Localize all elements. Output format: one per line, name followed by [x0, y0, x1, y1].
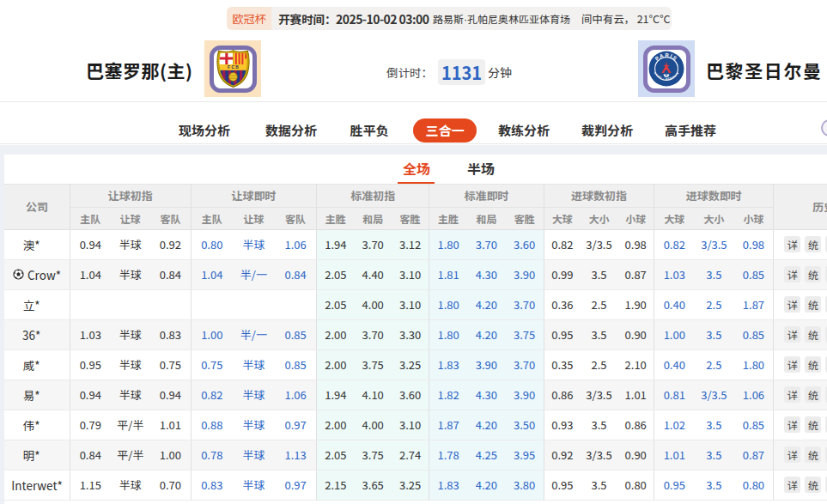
detail-button[interactable]: 详 [784, 296, 800, 313]
detail-button[interactable]: 详 [784, 356, 800, 373]
detail-button[interactable]: 详 [784, 386, 800, 403]
detail-button[interactable]: 详 [784, 446, 800, 463]
detail-button[interactable]: 详 [784, 477, 800, 493]
odds-cell: 4.30 [467, 380, 506, 410]
odds-card: 全场 半场 公司 让球初指 让球即时 标准初指 标准即时 [4, 155, 827, 504]
odds-cell: 0.80 [734, 470, 774, 500]
away-team-name: 巴黎圣日尔曼 [706, 58, 823, 83]
odds-cell: 1.81 [429, 259, 468, 289]
odds-cell: 0.92 [150, 229, 191, 259]
nav-tab-win-draw-loss[interactable]: 胜平负 [350, 118, 388, 143]
nav-tab-expert-picks[interactable]: 高手推荐 [665, 118, 716, 143]
odds-cell: 1.06 [734, 380, 774, 410]
odds-cell: 4.20 [467, 410, 506, 440]
odds-cell: 0.84 [70, 440, 111, 470]
odds-cell: 0.95 [544, 319, 581, 349]
odds-cell: 0.82 [654, 229, 694, 259]
odds-cell: 1.04 [191, 259, 233, 289]
odds-cell [275, 289, 317, 319]
odds-cell: 半球 [110, 470, 150, 500]
stats-button[interactable]: 统 [805, 446, 821, 463]
odds-row: 立*2.054.003.101.804.203.700.362.51.900.4… [4, 289, 827, 319]
stats-button[interactable]: 统 [805, 386, 821, 403]
odds-cell: 0.90 [617, 319, 654, 349]
company-cell: Interwet* [4, 470, 70, 500]
odds-cell: 1.15 [70, 470, 111, 500]
company-label: 伟* [4, 416, 64, 434]
odds-cell: 0.87 [617, 259, 654, 289]
nav-tab-three-in-one-active[interactable]: 三合一 [413, 118, 477, 143]
detail-button[interactable]: 详 [784, 266, 800, 282]
stats-button[interactable]: 统 [805, 326, 821, 343]
odds-cell: 3.70 [506, 289, 544, 319]
col-subheader: 客队 [275, 207, 317, 229]
odds-cell: 0.94 [70, 380, 111, 410]
stats-button[interactable]: 统 [805, 356, 821, 373]
detail-button[interactable]: 详 [784, 416, 800, 433]
nav-tab-coach-analysis[interactable]: 教练分析 [498, 118, 550, 143]
subtab-full-match[interactable]: 全场 [403, 161, 430, 176]
odds-cell: 0.90 [617, 440, 654, 470]
odds-cell: 3.10 [392, 410, 429, 440]
odds-cell: 半球 [233, 229, 275, 259]
fc-barcelona-crest-icon: F C B [215, 49, 252, 88]
stats-button[interactable]: 统 [805, 296, 821, 313]
subtab-half-match[interactable]: 半场 [467, 161, 495, 176]
odds-cell: 0.85 [275, 349, 317, 380]
countdown-label: 倒计时： [386, 59, 433, 85]
odds-cell: 1.87 [734, 289, 774, 319]
odds-cell: 3.10 [392, 259, 429, 289]
odds-cell: 半球 [110, 259, 150, 289]
nav-tab-live-analysis[interactable]: 现场分析 [179, 118, 230, 143]
odds-cell: 半球 [233, 470, 275, 500]
weather: 间中有云， 21°C°C [581, 7, 670, 30]
odds-cell: 0.97 [275, 410, 317, 440]
odds-cell: 3.5 [694, 410, 733, 440]
odds-cell: 1.80 [429, 229, 468, 259]
odds-cell: 半/一 [233, 259, 275, 289]
odds-row: 伟*0.79平/半1.010.88半球0.972.004.003.101.874… [4, 410, 827, 440]
odds-row: 易*0.94半球0.940.82半球1.061.944.103.601.824.… [4, 380, 827, 410]
odds-cell: 2.5 [581, 349, 617, 380]
kickoff-time: 2025-10-02 03:00 [336, 7, 429, 30]
history-buttons: 详统 [774, 266, 827, 282]
svg-text:F C B: F C B [228, 65, 239, 70]
company-cell: 易* [4, 380, 70, 410]
odds-cell: 0.40 [654, 289, 694, 319]
stats-button[interactable]: 统 [805, 236, 821, 252]
odds-cell: 0.78 [191, 440, 233, 470]
odds-cell: 3.75 [506, 319, 544, 349]
odds-cell: 3/3.5 [581, 380, 617, 410]
odds-cell: 0.40 [654, 349, 694, 380]
odds-cell: 3.5 [581, 410, 617, 440]
odds-cell: 3.5 [694, 440, 733, 470]
stats-button[interactable]: 统 [805, 416, 821, 433]
stats-button[interactable]: 统 [805, 477, 821, 493]
odds-cell: 0.87 [734, 440, 774, 470]
company-cell: 澳* [4, 229, 70, 259]
odds-cell: 2.00 [317, 319, 355, 349]
odds-cell: 1.78 [429, 440, 468, 470]
detail-button[interactable]: 详 [784, 236, 800, 252]
odds-cell: 4.20 [467, 319, 506, 349]
nav-tab-referee-analysis[interactable]: 裁判分析 [581, 118, 633, 143]
odds-cell: 3/3.5 [694, 229, 733, 259]
nav-tab-data-analysis[interactable]: 数据分析 [265, 118, 317, 143]
company-cell: Crow* [4, 259, 70, 289]
odds-cell: 3/3.5 [581, 229, 617, 259]
history-cell: 详统 [774, 440, 827, 470]
col-subheader: 小球 [734, 207, 774, 229]
odds-row: 36*1.03半球0.831.00半/一0.852.003.703.301.80… [4, 319, 827, 349]
history-buttons: 详统 [774, 296, 827, 313]
detail-button[interactable]: 详 [784, 326, 800, 343]
odds-cell: 1.80 [734, 349, 774, 380]
odds-cell: 1.01 [654, 440, 694, 470]
stats-button[interactable]: 统 [805, 266, 821, 282]
odds-cell: 0.84 [275, 259, 317, 289]
odds-cell: 2.10 [617, 349, 654, 380]
odds-cell: 2.05 [317, 440, 355, 470]
odds-cell: 3.90 [506, 380, 544, 410]
company-name: 威* [23, 356, 40, 373]
odds-cell: 0.86 [617, 410, 654, 440]
odds-cell [191, 289, 233, 319]
